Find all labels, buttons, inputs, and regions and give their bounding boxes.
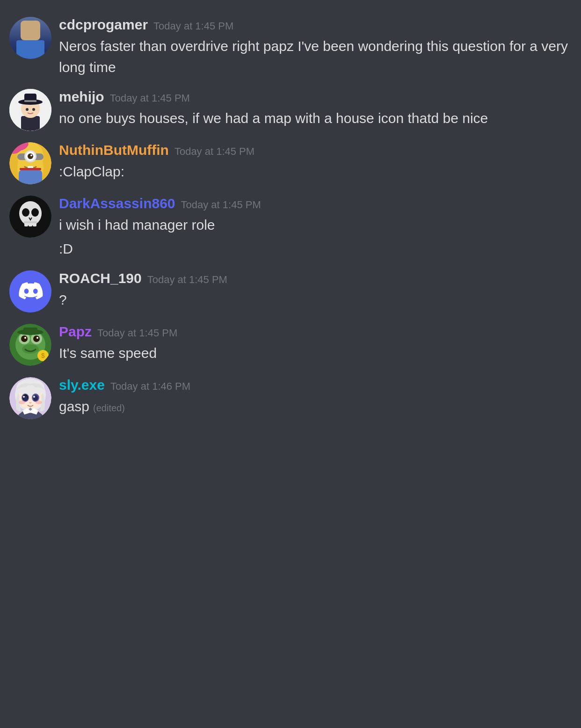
message-group-papz: $ Papz Today at 1:45 PM It's same speed — [0, 316, 581, 370]
message-group-sly: sly.exe Today at 1:46 PM gasp(edited) — [0, 370, 581, 423]
svg-point-18 — [30, 154, 32, 156]
svg-point-26 — [22, 208, 29, 217]
username-dark: DarkAssassin860 — [59, 196, 175, 211]
svg-rect-1 — [21, 116, 40, 131]
message-text-nuthin: :ClapClap: — [59, 161, 572, 182]
avatar-mehijo-inner — [9, 89, 51, 131]
message-content-sly: sly.exe Today at 1:46 PM gasp(edited) — [59, 377, 572, 417]
message-header-nuthin: NuthinButMuffin Today at 1:45 PM — [59, 142, 572, 158]
svg-point-6 — [26, 108, 29, 111]
message-text-dark-line1: i wish i had manager role — [59, 214, 572, 235]
message-text-sly: gasp(edited) — [59, 396, 572, 417]
message-text-cdcprogamer: Neros faster than overdrive right papz I… — [59, 36, 572, 78]
message-content-dark: DarkAssassin860 Today at 1:45 PM i wish … — [59, 196, 572, 259]
message-group-dark: DarkAssassin860 Today at 1:45 PM i wish … — [0, 188, 581, 263]
svg-rect-23 — [20, 168, 41, 170]
avatar-nuthin — [9, 142, 51, 184]
svg-point-38 — [24, 337, 26, 339]
message-group-nuthin: NuthinButMuffin Today at 1:45 PM :ClapCl… — [0, 135, 581, 188]
message-header-sly: sly.exe Today at 1:46 PM — [59, 377, 572, 393]
message-text-roach: ? — [59, 289, 572, 310]
avatar-dark — [9, 196, 51, 238]
timestamp-mehijo: Today at 1:45 PM — [110, 92, 190, 104]
username-mehijo: mehijo — [59, 89, 104, 105]
svg-rect-31 — [24, 221, 37, 223]
discord-logo-icon — [18, 282, 44, 301]
svg-text:$: $ — [41, 352, 45, 359]
avatar-papz: $ — [9, 324, 51, 366]
message-text-sly-content: gasp — [59, 399, 89, 414]
timestamp-dark: Today at 1:45 PM — [181, 199, 261, 211]
svg-point-57 — [19, 400, 25, 404]
svg-point-56 — [33, 396, 35, 398]
message-text-dark-line2: :D — [59, 238, 572, 259]
svg-point-27 — [31, 208, 39, 217]
username-roach: ROACH_190 — [59, 270, 142, 286]
message-content-papz: Papz Today at 1:45 PM It's same speed — [59, 324, 572, 364]
svg-point-22 — [17, 145, 22, 150]
message-header-dark: DarkAssassin860 Today at 1:45 PM — [59, 196, 572, 211]
timestamp-nuthin: Today at 1:45 PM — [174, 146, 254, 158]
svg-point-58 — [36, 400, 42, 404]
timestamp-cdcprogamer: Today at 1:45 PM — [153, 20, 233, 32]
message-content-cdcprogamer: cdcprogamer Today at 1:45 PM Neros faste… — [59, 17, 572, 78]
timestamp-papz: Today at 1:45 PM — [97, 327, 177, 339]
username-papz: Papz — [59, 324, 92, 340]
username-cdcprogamer: cdcprogamer — [59, 17, 148, 33]
message-group-cdcprogamer: cdcprogamer Today at 1:45 PM Neros faste… — [0, 9, 581, 81]
message-header-papz: Papz Today at 1:45 PM — [59, 324, 572, 340]
message-header-mehijo: mehijo Today at 1:45 PM — [59, 89, 572, 105]
svg-rect-5 — [24, 100, 36, 102]
message-text-mehijo: no one buys houses, if we had a map with… — [59, 108, 572, 129]
message-header-cdcprogamer: cdcprogamer Today at 1:45 PM — [59, 17, 572, 33]
message-content-nuthin: NuthinButMuffin Today at 1:45 PM :ClapCl… — [59, 142, 572, 182]
username-nuthin: NuthinButMuffin — [59, 142, 169, 158]
timestamp-sly: Today at 1:46 PM — [110, 380, 190, 393]
svg-rect-44 — [23, 328, 37, 333]
edited-label-sly: (edited) — [93, 403, 125, 413]
message-content-mehijo: mehijo Today at 1:45 PM no one buys hous… — [59, 89, 572, 129]
svg-rect-10 — [19, 170, 42, 184]
username-sly: sly.exe — [59, 377, 105, 393]
avatar-sly — [9, 377, 51, 419]
message-group-mehijo: mehijo Today at 1:45 PM no one buys hous… — [0, 81, 581, 135]
timestamp-roach: Today at 1:45 PM — [147, 274, 227, 286]
message-header-roach: ROACH_190 Today at 1:45 PM — [59, 270, 572, 286]
avatar-mehijo — [9, 89, 51, 131]
svg-point-55 — [23, 396, 25, 398]
avatar-roach — [9, 270, 51, 313]
message-content-roach: ROACH_190 Today at 1:45 PM ? — [59, 270, 572, 310]
svg-point-7 — [32, 108, 35, 111]
svg-point-37 — [33, 335, 40, 342]
svg-point-39 — [36, 337, 38, 339]
avatar-cdcprogamer — [9, 17, 51, 59]
message-group-roach: ROACH_190 Today at 1:45 PM ? — [0, 263, 581, 316]
svg-point-40 — [22, 344, 39, 354]
svg-point-17 — [28, 153, 33, 159]
message-text-papz: It's same speed — [59, 342, 572, 364]
svg-point-36 — [21, 335, 28, 342]
